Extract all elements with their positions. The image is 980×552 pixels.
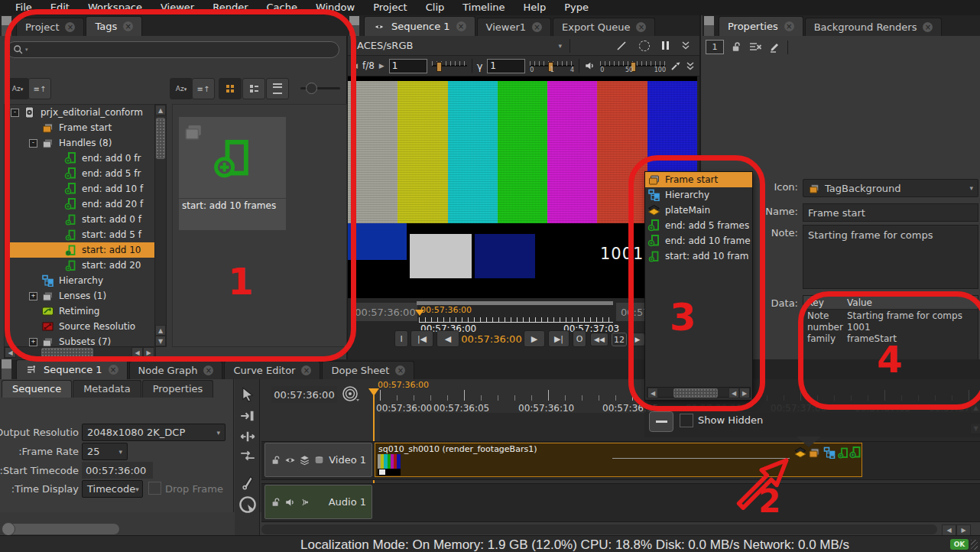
close-icon[interactable]: × [636,22,646,32]
remove-tag-button[interactable] [649,411,673,432]
popup-item-start-add-10-fram[interactable]: start: add 10 fram [645,248,752,264]
expander-icon[interactable]: - [11,109,19,117]
subtab-properties[interactable]: Properties [142,380,214,398]
volume-slider[interactable]: 050100 [600,60,666,72]
slip-tool-icon[interactable] [240,408,255,424]
tag-card[interactable]: start: add 10 frames [179,117,286,230]
eyedropper-icon[interactable] [670,60,681,71]
gamma-input[interactable]: 1 [487,59,525,73]
gamma-slider[interactable]: 014 [530,60,574,72]
data-table-row[interactable]: NoteStarting frame for comps [803,310,978,321]
tree-item-prjx-editorial-conform[interactable]: -prjx_editorial_conform [5,105,154,120]
rewind-button[interactable]: ◀◀ [590,333,608,346]
gain-slider[interactable] [432,60,467,72]
close-icon[interactable]: × [301,365,311,375]
tree-vertical-scrollbar[interactable]: ▲ ▲ ▼ [154,104,167,347]
out-marker-button[interactable]: O [573,330,586,347]
colorspace-dropdown[interactable]: ACES/sRGB [357,40,413,51]
audio-wave-icon[interactable] [299,497,310,508]
subtab-metadata[interactable]: Metadata [73,380,141,398]
timeline-scrollbar-knob[interactable] [2,522,15,536]
panel-grip-icon[interactable] [2,359,11,379]
lock-icon[interactable] [271,497,281,508]
popup-item-end-add-5-frames[interactable]: end: add 5 frames [645,218,752,233]
thumb-sort-alpha-button[interactable]: Az▾ [170,78,193,99]
menu-item-timeline[interactable]: Timeline [453,0,514,15]
tab-node-graph[interactable]: Node Graph× [129,361,223,379]
next-frame-button[interactable]: ▶| [548,330,570,347]
select-tool-icon[interactable] [240,387,255,402]
nuke-logo-icon[interactable] [239,495,257,514]
plate-icon[interactable] [794,446,806,459]
tab-tags[interactable]: Tags× [86,16,142,36]
close-icon[interactable]: × [395,365,405,375]
tag-icon[interactable] [808,446,820,459]
aperture-prev-icon[interactable]: ◀ [352,62,358,70]
audio-track-header[interactable]: Audio 1 [264,485,372,519]
wipe-icon[interactable] [616,41,627,51]
tree-item-end-add-10-f[interactable]: end: add 10 f [5,181,154,196]
menu-item-workspace[interactable]: Workspace [79,0,151,15]
layers-icon[interactable] [299,455,310,466]
close-icon[interactable]: × [65,22,75,32]
close-icon[interactable]: × [784,21,794,31]
node-count-field[interactable]: 1 [706,40,724,54]
tab-curve-editor[interactable]: Curve Editor× [224,361,320,379]
menu-item-project[interactable]: Project [364,0,416,15]
clear-panel-icon[interactable] [749,41,762,53]
in-marker-button[interactable]: I [394,330,408,347]
expander-icon[interactable]: + [29,292,37,300]
timeline-horizontal-scrollbar[interactable] [261,524,937,534]
menu-item-edit[interactable]: Edit [41,0,79,15]
view-grid-button[interactable] [219,78,242,99]
tab-background-renders[interactable]: Background Renders× [805,18,943,36]
speaker-icon[interactable] [284,497,296,508]
panel-grip-icon[interactable] [349,16,359,36]
video-track-header[interactable]: Video 1 [264,443,372,477]
panel-grip-icon[interactable] [2,16,11,36]
close-icon[interactable]: × [456,21,466,31]
expander-icon[interactable]: - [29,139,37,148]
tree-item-start-add-5-f[interactable]: start: add 5 f [5,227,154,242]
view-detail-button[interactable] [242,78,265,99]
tab-sequence-1[interactable]: Sequence 1× [364,16,475,36]
menu-item-cache[interactable]: Cache [258,0,307,15]
collapse-chevrons-icon[interactable] [681,41,690,50]
fps-display[interactable]: 12 [612,333,627,346]
thumb-size-slider-knob[interactable] [306,83,317,94]
tree-item-handles-8[interactable]: -Handles (8) [5,135,154,151]
drop-frame-checkbox[interactable] [148,482,161,495]
time-display-dropdown[interactable]: Timecode▾ [82,480,143,498]
close-icon[interactable]: × [923,22,933,32]
close-icon[interactable]: × [203,365,213,375]
data-table-row[interactable]: number1001 [803,321,978,333]
snap-icon[interactable] [342,385,360,404]
resize-grip-icon[interactable] [971,540,978,550]
tab-properties[interactable]: Properties× [719,16,803,36]
tab-export-queue[interactable]: Export Queue× [553,18,655,36]
tree-item-end-add-0-fr[interactable]: end: add 0 fr [5,151,154,166]
frame-start-icon[interactable] [837,446,849,459]
menu-item-window[interactable]: Window [307,0,364,15]
view-list-button[interactable] [266,78,289,99]
note-textarea[interactable]: Starting frame for comps [803,225,978,289]
media-disk-icon[interactable] [313,455,325,466]
aperture-next-icon[interactable]: ▶ [379,62,385,70]
lock-icon[interactable] [731,41,742,53]
thumb-sort-order-button[interactable]: ≡↑ [192,78,215,99]
panel-grip-icon[interactable] [704,16,714,36]
collapse-chevrons-icon[interactable] [686,61,695,71]
edit-pencil-icon[interactable] [769,41,780,53]
close-icon[interactable]: × [109,365,118,375]
show-hidden-checkbox[interactable] [680,414,693,427]
tab-project[interactable]: Project× [16,18,84,36]
popup-item-platemain[interactable]: plateMain [645,203,752,218]
tree-sort-alpha-button[interactable]: Az▾ [6,78,29,99]
frame-end-icon[interactable] [849,446,862,459]
tree-item-lenses-1[interactable]: +Lenses (1) [5,288,154,304]
hierarchy-icon[interactable] [823,446,836,459]
menu-item-pype[interactable]: Pype [555,0,598,15]
popup-item-end-add-10-frame[interactable]: end: add 10 frame [645,233,752,248]
tree-horizontal-scrollbar[interactable]: ◀ ◀ ▶ [4,346,156,359]
expander-icon[interactable]: + [29,338,37,346]
